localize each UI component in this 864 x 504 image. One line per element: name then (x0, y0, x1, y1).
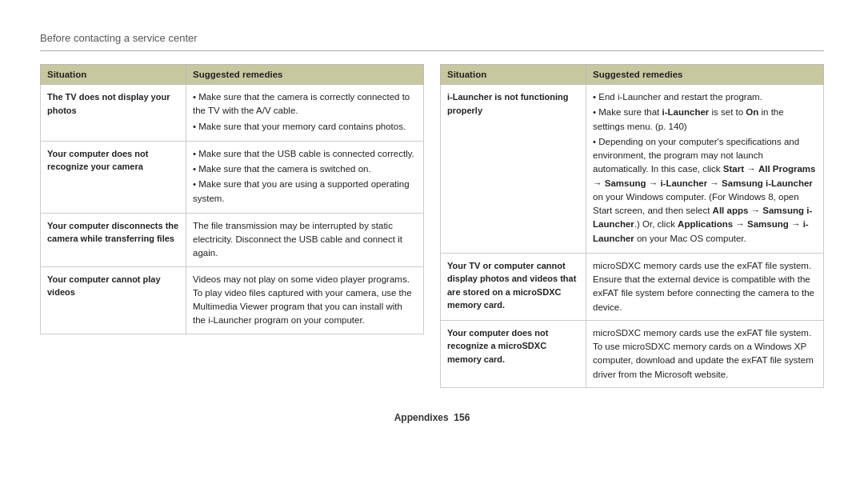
remedy-cell: microSDXC memory cards use the exFAT fil… (586, 253, 824, 320)
situation-cell: Your computer disconnects the camera whi… (41, 213, 186, 266)
tables-container: Situation Suggested remedies The TV does… (40, 64, 824, 388)
page-container: Before contacting a service center Situa… (0, 0, 864, 447)
left-table-wrap: Situation Suggested remedies The TV does… (40, 64, 424, 388)
table-row: Your computer cannot play videos Videos … (41, 266, 424, 334)
situation-cell: Your computer does not recognize a micro… (441, 320, 586, 387)
remedy-cell: Make sure that the USB cable is connecte… (186, 141, 424, 213)
remedy-cell: End i-Launcher and restart the program. … (586, 85, 824, 254)
table-row: Your computer does not recognize a micro… (441, 320, 824, 387)
right-table: Situation Suggested remedies i-Launcher … (440, 64, 824, 388)
remedy-cell: Videos may not play on some video player… (186, 266, 424, 334)
table-row: Your computer disconnects the camera whi… (41, 213, 424, 266)
footer-page: 156 (454, 412, 470, 423)
table-row: The TV does not display your photos Make… (41, 85, 424, 142)
right-col2-header: Suggested remedies (586, 65, 824, 85)
table-row: Your TV or computer cannot display photo… (441, 253, 824, 320)
left-col2-header: Suggested remedies (186, 65, 424, 85)
table-row: i-Launcher is not functioning properly E… (441, 85, 824, 254)
table-row: Your computer does not recognize your ca… (41, 141, 424, 213)
remedy-cell: Make sure that the camera is correctly c… (186, 85, 424, 142)
right-col1-header: Situation (441, 65, 586, 85)
situation-cell: Your computer cannot play videos (41, 266, 186, 334)
footer: Appendixes 156 (40, 412, 824, 423)
right-table-wrap: Situation Suggested remedies i-Launcher … (440, 64, 824, 388)
left-table: Situation Suggested remedies The TV does… (40, 64, 424, 334)
left-col1-header: Situation (41, 65, 186, 85)
page-title: Before contacting a service center (40, 32, 824, 51)
remedy-cell: microSDXC memory cards use the exFAT fil… (586, 320, 824, 387)
situation-cell: Your TV or computer cannot display photo… (441, 253, 586, 320)
situation-cell: Your computer does not recognize your ca… (41, 141, 186, 213)
footer-text: Appendixes (394, 412, 449, 423)
situation-cell: The TV does not display your photos (41, 85, 186, 142)
situation-cell: i-Launcher is not functioning properly (441, 85, 586, 254)
remedy-cell: The file transmission may be interrupted… (186, 213, 424, 266)
